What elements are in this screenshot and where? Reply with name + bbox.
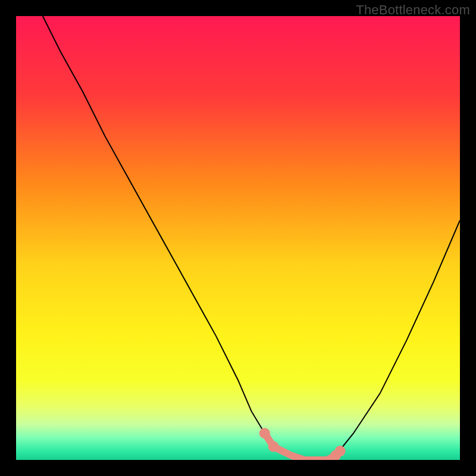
- chart-frame: [16, 16, 460, 460]
- bottleneck-curve: [43, 16, 460, 460]
- optimal-zone-dot: [268, 441, 279, 452]
- watermark-text: TheBottleneck.com: [356, 2, 470, 18]
- plot-svg: [16, 16, 460, 460]
- optimal-zone-dots: [259, 428, 346, 460]
- optimal-zone-dot: [335, 446, 346, 456]
- optimal-zone-dot: [259, 428, 270, 439]
